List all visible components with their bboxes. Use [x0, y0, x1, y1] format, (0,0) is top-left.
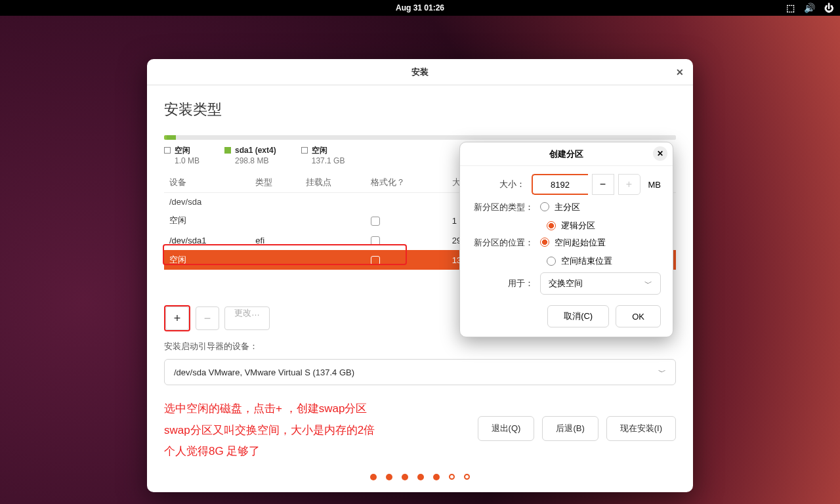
size-decrement-button[interactable]: − — [592, 174, 614, 195]
change-partition-button[interactable]: 更改… — [224, 306, 270, 330]
partition-size-input[interactable] — [532, 174, 588, 195]
col-type: 类型 — [250, 173, 300, 193]
size-unit: MB — [648, 180, 662, 190]
back-button[interactable]: 后退(B) — [542, 416, 598, 441]
window-titlebar: 安装 ✕ — [147, 59, 693, 85]
cancel-button[interactable]: 取消(C) — [547, 305, 609, 327]
format-checkbox[interactable] — [371, 256, 380, 265]
add-partition-button[interactable]: + — [165, 306, 189, 330]
chevron-down-icon: ﹀ — [644, 278, 652, 289]
use-as-label: 用于： — [472, 278, 540, 289]
location-label: 新分区的位置： — [472, 237, 540, 249]
legend-free1-name: 空闲 — [175, 145, 190, 156]
chevron-down-icon: ﹀ — [658, 367, 666, 378]
legend-free1-size: 1.0 MB — [175, 156, 200, 166]
disk-usage-bar — [164, 135, 676, 140]
col-device: 设备 — [164, 173, 250, 193]
remove-partition-button[interactable]: − — [196, 306, 219, 330]
col-mount: 挂载点 — [301, 173, 366, 193]
type-label: 新分区的类型： — [472, 201, 540, 213]
size-increment-button[interactable]: + — [618, 174, 640, 195]
wizard-buttons: 退出(Q) 后退(B) 现在安装(I) — [478, 416, 676, 441]
dialog-title: 创建分区 — [549, 148, 583, 160]
bootloader-select[interactable]: /dev/sda VMware, VMware Virtual S (137.4… — [164, 359, 676, 385]
close-icon[interactable]: ✕ — [676, 67, 684, 77]
use-as-select[interactable]: 交换空间 ﹀ — [540, 272, 661, 295]
page-title: 安装类型 — [164, 100, 676, 119]
location-end-radio[interactable]: 空间结束位置 — [472, 255, 661, 267]
bootloader-value: /dev/sda VMware, VMware Virtual S (137.4… — [174, 368, 354, 377]
install-now-button[interactable]: 现在安装(I) — [606, 416, 676, 441]
format-checkbox[interactable] — [371, 217, 380, 226]
power-icon[interactable]: ⏻ — [824, 3, 833, 13]
close-icon[interactable]: ✕ — [653, 146, 667, 161]
dialog-titlebar: 创建分区 ✕ — [460, 142, 673, 166]
system-top-bar: Aug 31 01:26 ⬚ 🔊 ⏻ — [0, 0, 840, 16]
format-checkbox[interactable] — [371, 236, 380, 245]
bootloader-label: 安装启动引导器的设备： — [164, 341, 676, 352]
use-as-value: 交换空间 — [549, 278, 583, 289]
col-format: 格式化？ — [366, 173, 446, 193]
clock-text: Aug 31 01:26 — [396, 3, 444, 12]
network-icon[interactable]: ⬚ — [786, 3, 795, 13]
system-tray: ⬚ 🔊 ⏻ — [786, 3, 833, 13]
size-label: 大小： — [472, 178, 532, 190]
window-title: 安装 — [411, 66, 429, 78]
legend-free2-name: 空闲 — [312, 145, 327, 156]
progress-dots — [147, 474, 693, 480]
location-begin-radio[interactable]: 空间起始位置 — [540, 237, 606, 249]
ok-button[interactable]: OK — [616, 305, 661, 327]
volume-icon[interactable]: 🔊 — [804, 3, 815, 13]
legend-sda1-size: 298.8 MB — [235, 156, 276, 166]
quit-button[interactable]: 退出(Q) — [478, 416, 535, 441]
create-partition-dialog: 创建分区 ✕ 大小： − + MB 新分区的类型： 主分区 逻辑分区 新分区的位… — [459, 142, 673, 337]
type-logical-radio[interactable]: 逻辑分区 — [472, 220, 661, 232]
type-primary-radio[interactable]: 主分区 — [540, 201, 580, 213]
legend-sda1-name: sda1 (ext4) — [235, 145, 276, 156]
legend-free2-size: 137.1 GB — [312, 156, 345, 166]
